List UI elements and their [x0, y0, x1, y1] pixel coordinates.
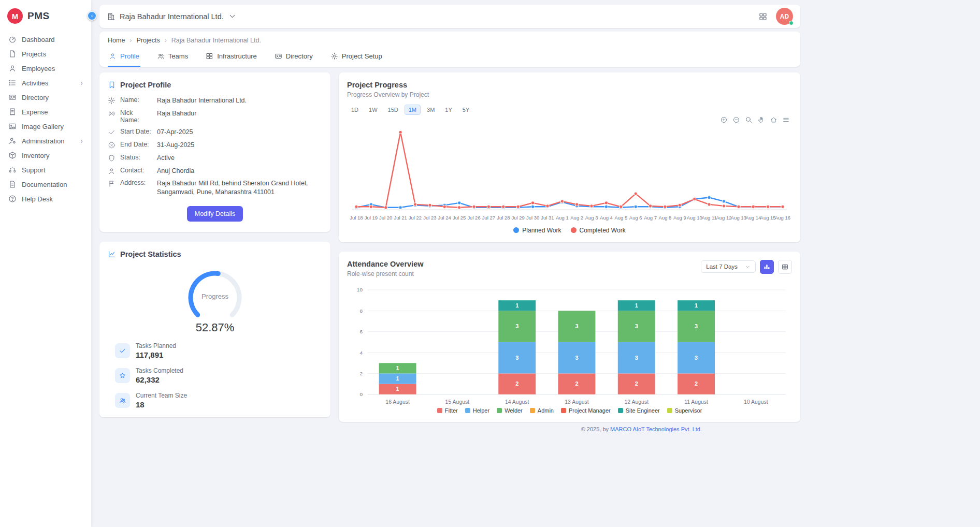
tab-infrastructure[interactable]: Infrastructure — [205, 48, 258, 67]
home-icon[interactable] — [770, 116, 777, 124]
range-15d[interactable]: 15D — [384, 105, 402, 115]
svg-text:Jul 28: Jul 28 — [497, 215, 510, 221]
svg-text:15 August: 15 August — [445, 399, 470, 404]
svg-text:Aug 6: Aug 6 — [629, 215, 642, 221]
app-logo[interactable]: M PMS — [0, 0, 91, 32]
legend-item[interactable]: Completed Work — [571, 227, 626, 234]
svg-text:Aug 5: Aug 5 — [614, 215, 627, 221]
tab-directory[interactable]: Directory — [273, 48, 314, 67]
sidebar-item-directory[interactable]: Directory — [0, 90, 91, 105]
gauge-label: Progress — [181, 292, 249, 300]
stat-value: 117,891 — [136, 350, 176, 359]
tab-label: Directory — [286, 52, 313, 60]
sidebar-item-documentation[interactable]: Documentation — [0, 177, 91, 192]
tab-profile[interactable]: Profile — [108, 48, 140, 67]
sidebar-item-administration[interactable]: Administration › — [0, 134, 91, 148]
sidebar-item-employees[interactable]: Employees — [0, 61, 91, 76]
grid-icon — [206, 52, 213, 60]
range-1m[interactable]: 1M — [405, 105, 421, 115]
sidebar-item-inventory[interactable]: Inventory — [0, 148, 91, 163]
field-start-date: Start Date: 07-Apr-2025 — [108, 126, 322, 139]
project-progress-chart[interactable]: Jul 18Jul 19Jul 20Jul 21Jul 22Jul 23Jul … — [347, 122, 792, 226]
progress-gauge: Progress — [181, 265, 249, 320]
zoom-selection-icon[interactable] — [745, 116, 753, 124]
legend-label: Completed Work — [580, 227, 626, 234]
sidebar-item-label: Support — [22, 166, 46, 174]
apps-grid-icon — [758, 12, 768, 21]
legend-item[interactable]: Helper — [465, 407, 489, 414]
svg-text:2: 2 — [695, 380, 698, 387]
legend-label: Welder — [505, 407, 523, 414]
svg-text:1: 1 — [515, 302, 518, 309]
zoom-out-icon[interactable] — [732, 116, 740, 124]
tab-project-setup[interactable]: Project Setup — [329, 48, 383, 67]
field-value: 07-Apr-2025 — [157, 128, 322, 137]
legend-item[interactable]: Project Manager — [561, 407, 611, 414]
range-1w[interactable]: 1W — [365, 105, 382, 115]
range-1d[interactable]: 1D — [347, 105, 363, 115]
sidebar-item-support[interactable]: Support — [0, 163, 91, 177]
sidebar-item-dashboard[interactable]: Dashboard — [0, 32, 91, 47]
svg-text:Jul 24: Jul 24 — [438, 215, 451, 221]
apps-grid-button[interactable] — [758, 12, 768, 21]
building-icon — [107, 12, 116, 21]
company-name: Raja Bahadur International Ltd. — [120, 12, 224, 21]
legend-item[interactable]: Welder — [497, 407, 523, 414]
field-label: End Date: — [120, 141, 152, 150]
field-value: Raja Bahadur International Ltd. — [157, 96, 322, 105]
project-statistics-card: Project Statistics Progress 52.87% Tasks… — [99, 242, 330, 417]
legend-item[interactable]: Supervisor — [667, 407, 702, 414]
sidebar-collapse-button[interactable]: ‹ — [87, 11, 97, 21]
svg-text:1: 1 — [635, 302, 638, 309]
sidebar-item-help-desk[interactable]: Help Desk — [0, 192, 91, 206]
legend-item[interactable]: Planned Work — [513, 227, 561, 234]
app-name: PMS — [27, 10, 50, 22]
field-label: Name: — [120, 96, 152, 105]
menu-icon[interactable] — [782, 116, 790, 124]
attendance-chart[interactable]: 024681016 August15 August14 August13 Aug… — [347, 285, 792, 408]
sidebar-item-label: Documentation — [22, 181, 67, 188]
sidebar-item-label: Employees — [22, 65, 55, 72]
breadcrumb-projects[interactable]: Projects — [137, 37, 160, 44]
legend-item[interactable]: Admin — [530, 407, 554, 414]
svg-text:Aug 16: Aug 16 — [775, 215, 790, 221]
field-status: Status: Active — [108, 152, 322, 165]
svg-text:Jul 18: Jul 18 — [350, 215, 363, 221]
legend-item[interactable]: Fitter — [437, 407, 458, 414]
svg-text:Aug 11: Aug 11 — [701, 215, 716, 221]
legend-item[interactable]: Site Engineer — [618, 407, 660, 414]
help-icon — [8, 195, 17, 203]
range-3m[interactable]: 3M — [423, 105, 439, 115]
tab-teams[interactable]: Teams — [156, 48, 189, 67]
bar-view-toggle[interactable] — [760, 260, 774, 274]
breadcrumb-home[interactable]: Home — [108, 37, 125, 44]
attendance-title: Attendance Overview — [347, 260, 423, 268]
stat-value: 18 — [136, 400, 187, 409]
card-title-text: Project Statistics — [120, 250, 181, 258]
project-statistics-title: Project Statistics — [108, 250, 322, 258]
range-1y[interactable]: 1Y — [441, 105, 456, 115]
range-5y[interactable]: 5Y — [458, 105, 473, 115]
svg-text:Aug 1: Aug 1 — [556, 215, 569, 221]
sidebar-item-image-gallery[interactable]: Image Gallery — [0, 119, 91, 134]
svg-text:2: 2 — [575, 380, 578, 387]
stat-team-size: Current Team Size 18 — [108, 392, 322, 409]
svg-text:0: 0 — [359, 391, 363, 397]
user-avatar[interactable]: AD — [776, 8, 793, 25]
table-view-toggle[interactable] — [778, 260, 792, 274]
sidebar-item-activities[interactable]: Activities › — [0, 76, 91, 90]
modify-details-button[interactable]: Modify Details — [187, 206, 243, 222]
pan-icon[interactable] — [757, 116, 765, 124]
stat-tasks-planned: Tasks Planned 117,891 — [108, 342, 322, 359]
receipt-icon — [8, 108, 17, 116]
footer-link[interactable]: MARCO AIoT Technologies Pvt. Ltd. — [610, 426, 702, 432]
legend-label: Planned Work — [522, 227, 561, 234]
legend-label: Project Manager — [569, 407, 611, 414]
zoom-in-icon[interactable] — [720, 116, 728, 124]
last-7-days-select[interactable]: Last 7 Days — [701, 260, 756, 273]
company-selector[interactable]: Raja Bahadur International Ltd. — [107, 12, 237, 21]
sidebar-item-projects[interactable]: Projects — [0, 47, 91, 61]
legend-swatch-icon — [437, 408, 442, 413]
project-profile-card: Project Profile Name: Raja Bahadur Inter… — [99, 72, 330, 232]
sidebar-item-expense[interactable]: Expense — [0, 105, 91, 119]
